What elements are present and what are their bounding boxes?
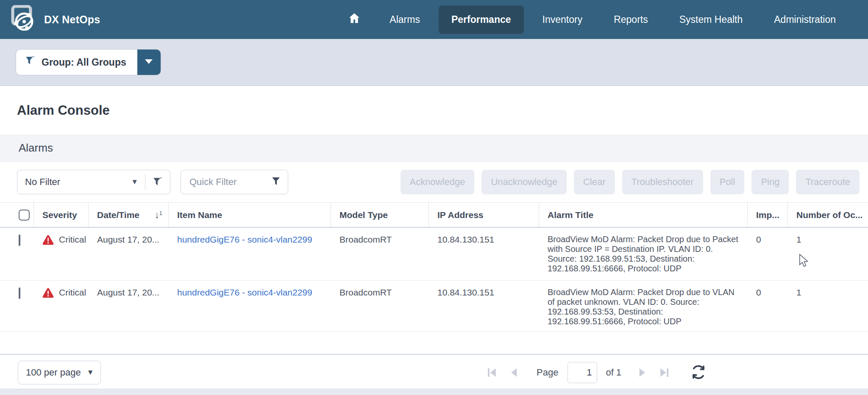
group-selector: Group: All Groups bbox=[16, 50, 161, 75]
severity-cell: Critical bbox=[34, 281, 89, 306]
alarms-toolbar: No Filter ▼ Acknowledge Unacknowledge Cl… bbox=[0, 162, 868, 202]
row-select-cell bbox=[0, 281, 34, 304]
critical-alert-icon bbox=[42, 235, 54, 248]
column-header-ip-address[interactable]: IP Address bbox=[429, 203, 539, 227]
ip-address-cell: 10.84.130.151 bbox=[429, 228, 539, 250]
pager-controls: Page of 1 bbox=[483, 361, 709, 384]
column-header-alarm-title-label: Alarm Title bbox=[548, 210, 593, 220]
refresh-button[interactable] bbox=[688, 364, 709, 381]
alarm-action-buttons: Acknowledge Unacknowledge Clear Troubles… bbox=[401, 170, 860, 194]
column-header-alarm-title[interactable]: Alarm Title bbox=[539, 203, 748, 227]
impact-cell: 0 bbox=[748, 281, 788, 303]
chevron-down-icon bbox=[144, 58, 153, 66]
alarm-console-screen: DX NetOps Alarms Performance Inventory R… bbox=[0, 0, 868, 395]
nav-home-button[interactable] bbox=[338, 3, 371, 36]
next-page-button[interactable] bbox=[633, 364, 651, 381]
group-selector-dropdown-button[interactable] bbox=[137, 50, 161, 75]
column-header-impact-label: Imp... bbox=[756, 210, 779, 220]
column-header-item-name[interactable]: Item Name bbox=[169, 203, 331, 227]
clear-button[interactable]: Clear bbox=[574, 170, 615, 194]
impact-cell: 0 bbox=[748, 228, 788, 250]
page-title: Alarm Console bbox=[17, 103, 110, 118]
column-header-occurrences[interactable]: Number of Oc... bbox=[788, 203, 868, 227]
filter-dropdown[interactable]: No Filter ▼ bbox=[17, 170, 170, 194]
per-page-dropdown[interactable]: 100 per page ▼ bbox=[18, 361, 101, 384]
row-select-cell bbox=[0, 228, 34, 251]
column-header-datetime[interactable]: Date/Time ↓1 bbox=[89, 203, 169, 227]
column-header-impact[interactable]: Imp... bbox=[748, 203, 788, 227]
per-page-value: 100 per page bbox=[26, 367, 81, 378]
table-row[interactable]: Critical August 17, 20... hundredGigE76 … bbox=[0, 228, 868, 281]
filter-funnel-icon bbox=[25, 55, 36, 69]
alarms-table-header: Severity Date/Time ↓1 Item Name Model Ty… bbox=[0, 202, 868, 228]
nav-item-reports[interactable]: Reports bbox=[601, 6, 661, 34]
severity-label: Critical bbox=[59, 287, 86, 298]
refresh-icon bbox=[691, 365, 706, 381]
alarm-title-cell: BroadView MoD Alarm: Packet Drop due to … bbox=[539, 228, 748, 279]
app-title: DX NetOps bbox=[44, 14, 100, 26]
filter-dropdown-value: No Filter bbox=[25, 177, 124, 188]
brand: DX NetOps bbox=[10, 5, 100, 34]
top-navigation-bar: DX NetOps Alarms Performance Inventory R… bbox=[0, 0, 868, 39]
page-of-label: of 1 bbox=[606, 367, 621, 378]
column-header-ip-address-label: IP Address bbox=[437, 210, 484, 220]
alarms-section-title: Alarms bbox=[19, 141, 53, 155]
unacknowledge-button[interactable]: Unacknowledge bbox=[481, 170, 567, 194]
traceroute-button[interactable]: Traceroute bbox=[796, 170, 860, 194]
group-filter-bar: Group: All Groups bbox=[0, 39, 868, 86]
acknowledge-button[interactable]: Acknowledge bbox=[401, 170, 475, 194]
item-name-cell: hundredGigE76 - sonic4-vlan2299 bbox=[169, 228, 331, 250]
ping-button[interactable]: Ping bbox=[751, 170, 789, 194]
column-header-occurrences-label: Number of Oc... bbox=[796, 210, 862, 220]
model-type-cell: BroadcomRT bbox=[331, 228, 429, 250]
item-name-link[interactable]: hundredGigE76 - sonic4-vlan2299 bbox=[177, 287, 312, 297]
quick-filter-container bbox=[181, 170, 288, 194]
severity-cell: Critical bbox=[34, 228, 89, 253]
select-all-checkbox[interactable] bbox=[19, 210, 30, 221]
table-row[interactable]: Critical August 17, 20... hundredGigE76 … bbox=[0, 281, 868, 332]
page-label: Page bbox=[537, 367, 558, 378]
sort-descending-icon: ↓1 bbox=[155, 210, 162, 221]
pagination-bar: 100 per page ▼ Page of 1 bbox=[0, 355, 868, 389]
occurrences-cell: 1 bbox=[788, 228, 868, 250]
occurrences-cell: 1 bbox=[788, 281, 868, 303]
nav-item-system-health[interactable]: System Health bbox=[667, 6, 756, 34]
column-header-severity-label: Severity bbox=[42, 210, 77, 220]
group-selector-button[interactable]: Group: All Groups bbox=[16, 50, 137, 75]
alarm-title-text: BroadView MoD Alarm: Packet Drop due to … bbox=[548, 235, 743, 273]
page-number-input[interactable] bbox=[568, 362, 597, 383]
quick-filter-input[interactable] bbox=[189, 176, 271, 188]
alarm-title-text: BroadView MoD Alarm: Packet Drop due to … bbox=[548, 287, 743, 326]
ip-address-cell: 10.84.130.151 bbox=[429, 281, 539, 303]
chevron-down-icon: ▼ bbox=[87, 368, 94, 377]
column-header-item-name-label: Item Name bbox=[177, 210, 222, 220]
home-icon bbox=[348, 12, 361, 27]
nav-item-alarms[interactable]: Alarms bbox=[377, 6, 433, 34]
column-header-model-type[interactable]: Model Type bbox=[331, 203, 429, 227]
filter-manage-button[interactable] bbox=[145, 177, 170, 188]
poll-button[interactable]: Poll bbox=[710, 170, 745, 194]
troubleshooter-button[interactable]: Troubleshooter bbox=[622, 170, 703, 194]
nav-item-administration[interactable]: Administration bbox=[761, 6, 849, 34]
previous-page-button[interactable] bbox=[505, 364, 523, 381]
alarm-title-cell: BroadView MoD Alarm: Packet Drop due to … bbox=[539, 281, 748, 331]
critical-alert-icon bbox=[42, 287, 54, 301]
last-page-button[interactable] bbox=[655, 364, 673, 381]
alarms-section-header: Alarms bbox=[0, 135, 868, 162]
item-name-link[interactable]: hundredGigE76 - sonic4-vlan2299 bbox=[177, 235, 312, 244]
row-checkbox[interactable] bbox=[19, 287, 20, 299]
dx-netops-logo-icon bbox=[10, 5, 37, 34]
nav-item-performance[interactable]: Performance bbox=[439, 6, 524, 34]
group-selector-label: Group: All Groups bbox=[42, 57, 126, 68]
nav-item-inventory[interactable]: Inventory bbox=[530, 6, 595, 34]
datetime-cell: August 17, 20... bbox=[89, 228, 169, 250]
first-page-button[interactable] bbox=[483, 364, 501, 381]
row-checkbox[interactable] bbox=[19, 235, 20, 246]
select-all-cell bbox=[0, 203, 34, 227]
column-header-model-type-label: Model Type bbox=[339, 210, 388, 220]
main-nav: Alarms Performance Inventory Reports Sys… bbox=[338, 3, 849, 36]
column-header-severity[interactable]: Severity bbox=[34, 203, 89, 227]
quick-filter-funnel-icon bbox=[271, 176, 281, 188]
chevron-down-icon: ▼ bbox=[124, 178, 145, 186]
bottom-strip bbox=[0, 389, 868, 395]
